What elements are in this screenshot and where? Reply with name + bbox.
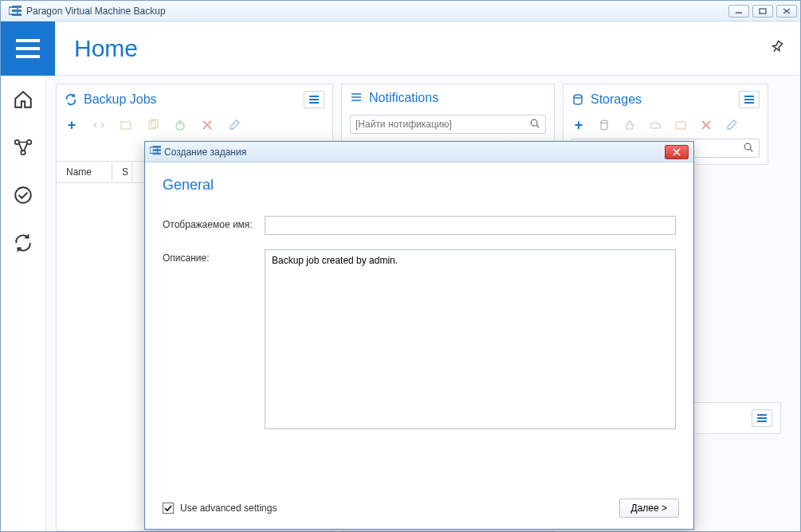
- cloud-icon: [648, 118, 662, 132]
- svg-point-39: [744, 143, 751, 150]
- storages-panel-header: Storages: [563, 84, 768, 115]
- display-name-row: Отображаемое имя:: [163, 216, 676, 235]
- advanced-settings-checkbox[interactable]: Use advanced settings: [163, 503, 277, 514]
- checkbox-icon: [163, 503, 174, 514]
- svg-rect-18: [121, 122, 131, 129]
- svg-rect-5: [760, 9, 766, 14]
- dialog-body: General Отображаемое имя: Описание:: [145, 162, 693, 491]
- dialog-footer: Use advanced settings Далее >: [145, 491, 693, 529]
- hamburger-menu-button[interactable]: [1, 22, 55, 76]
- storage-db-icon: [597, 118, 611, 132]
- app-icon: [9, 6, 22, 17]
- svg-line-29: [536, 125, 539, 127]
- right-edge: [776, 84, 791, 531]
- main-header: Home: [1, 22, 800, 76]
- create-job-dialog: Создание задания General Отображаемое им…: [144, 141, 694, 530]
- notifications-body: [342, 111, 554, 142]
- power-icon: [173, 118, 187, 132]
- column-name[interactable]: Name: [57, 162, 112, 182]
- window-controls: [728, 5, 797, 18]
- maximize-button[interactable]: [752, 5, 773, 18]
- notifications-title: Notifications: [369, 91, 438, 105]
- sidebar: [1, 76, 46, 531]
- add-job-button[interactable]: +: [65, 118, 79, 132]
- refresh-icon: [65, 93, 77, 106]
- dialog-close-button[interactable]: [665, 145, 689, 159]
- svg-point-28: [531, 119, 537, 126]
- copy-icon: [146, 118, 160, 132]
- svg-point-30: [574, 95, 582, 98]
- extra-panel-menu[interactable]: [752, 409, 772, 427]
- dialog-title: Создание задания: [164, 147, 246, 158]
- backup-panel-header: Backup Jobs: [57, 84, 332, 115]
- edit-storage-icon: [724, 118, 739, 132]
- svg-rect-2: [12, 10, 22, 12]
- svg-rect-35: [626, 124, 633, 129]
- svg-rect-36: [676, 122, 685, 129]
- svg-rect-3: [12, 14, 22, 16]
- link-icon: [92, 118, 106, 132]
- notifications-search-input[interactable]: [355, 119, 524, 130]
- close-button[interactable]: [776, 5, 797, 18]
- lock-icon: [622, 118, 637, 132]
- app-window: Paragon Virtual Machine Backup Home: [0, 0, 801, 532]
- sidebar-item-graph[interactable]: [10, 135, 36, 160]
- backup-toolbar: +: [57, 115, 332, 139]
- sidebar-item-verify[interactable]: [10, 182, 36, 208]
- dialog-titlebar[interactable]: Создание задания: [145, 142, 693, 162]
- svg-point-34: [601, 120, 607, 123]
- list-icon: [350, 92, 363, 104]
- app-icon: [150, 146, 161, 158]
- backup-panel-menu[interactable]: [304, 91, 324, 108]
- description-row: Описание:: [163, 249, 676, 429]
- backup-panel-title: Backup Jobs: [84, 92, 157, 107]
- display-name-input[interactable]: [265, 216, 676, 235]
- advanced-settings-label: Use advanced settings: [180, 503, 277, 514]
- folder-icon: [119, 118, 133, 132]
- storages-toolbar: +: [563, 115, 768, 139]
- svg-rect-45: [153, 146, 161, 148]
- svg-rect-47: [153, 153, 161, 155]
- search-icon[interactable]: [743, 142, 754, 155]
- edit-icon: [227, 118, 241, 132]
- next-button[interactable]: Далее >: [619, 499, 680, 518]
- notifications-search[interactable]: [350, 115, 546, 134]
- database-icon: [571, 93, 584, 106]
- delete-icon: [200, 118, 214, 132]
- search-icon[interactable]: [529, 118, 540, 131]
- svg-rect-46: [153, 149, 161, 151]
- page-title: Home: [74, 35, 138, 62]
- folder2-icon: [673, 118, 688, 132]
- svg-point-14: [15, 187, 31, 203]
- sidebar-item-refresh[interactable]: [10, 230, 36, 256]
- notifications-panel-header: Notifications: [342, 84, 554, 111]
- pin-icon[interactable]: [770, 40, 784, 57]
- storages-panel-menu[interactable]: [739, 91, 760, 108]
- svg-rect-1: [12, 6, 22, 8]
- minimize-button[interactable]: [728, 5, 749, 18]
- dialog-section-title: General: [163, 177, 676, 194]
- delete-storage-icon: [699, 118, 713, 132]
- app-title: Paragon Virtual Machine Backup: [26, 6, 166, 17]
- description-textarea[interactable]: [265, 249, 676, 429]
- svg-line-40: [750, 149, 752, 151]
- sidebar-item-home[interactable]: [10, 87, 36, 112]
- description-label: Описание:: [163, 249, 265, 264]
- storages-title: Storages: [591, 92, 642, 107]
- column-s[interactable]: S: [112, 162, 132, 182]
- title-bar: Paragon Virtual Machine Backup: [1, 1, 800, 22]
- display-name-label: Отображаемое имя:: [163, 216, 265, 230]
- add-storage-button[interactable]: +: [571, 118, 586, 132]
